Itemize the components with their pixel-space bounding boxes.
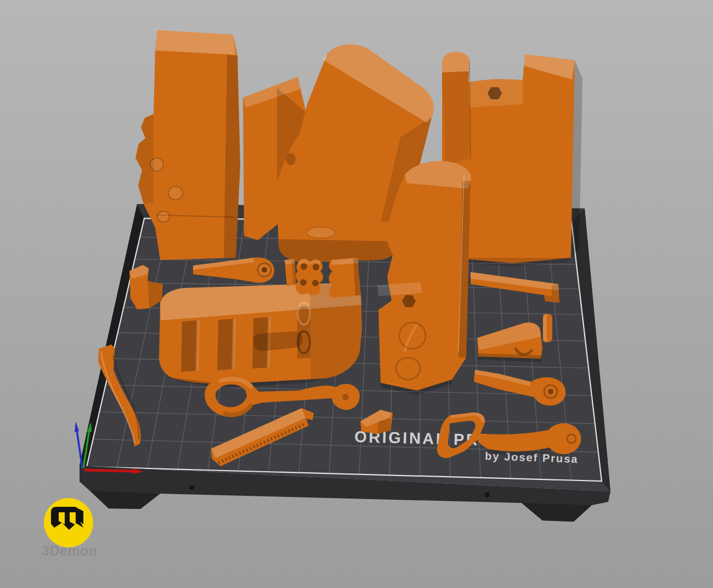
bed-foot-left: [90, 491, 160, 509]
viewport-3d[interactable]: ORIGINAL PRUSA i3 by Josef Prusa: [0, 0, 713, 588]
bed-foot-right: [522, 503, 592, 522]
bed-screw-dot: [485, 493, 490, 497]
watermark-text: 3Demon: [42, 543, 98, 558]
part-pin-pill[interactable]: [543, 314, 552, 342]
slicer-stage: ORIGINAL PRUSA i3 by Josef Prusa: [0, 0, 713, 588]
watermark-logo: 3Demon: [42, 498, 98, 558]
bed-screw-dot: [190, 485, 194, 490]
part-barrel-shroud[interactable]: [159, 283, 362, 388]
part-double-clip[interactable]: [296, 259, 323, 295]
part-contour-block[interactable]: [329, 258, 361, 298]
z-axis-arrow: [75, 421, 82, 468]
